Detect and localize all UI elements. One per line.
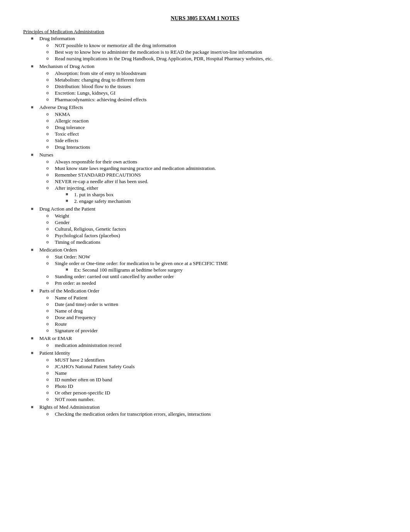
bullet-l2: o (46, 328, 53, 333)
item-text: Always responsible for their own actions (55, 159, 387, 165)
item-text: Pharmacodynamics: achieving desired effe… (55, 97, 387, 103)
list-item: o Drug tolerance (46, 124, 387, 131)
bullet-l1-parts-med: ■ (31, 288, 38, 293)
list-item: o Photo ID (46, 383, 387, 389)
label-drug-action-patient: Drug Action and the Patient (39, 206, 387, 212)
bullet-l1-mechanism: ■ (31, 64, 38, 68)
item-text: MUST have 2 identifiers (55, 357, 387, 363)
bullet-l2: o (46, 56, 53, 61)
bullet-l1-drug-patient: ■ (31, 206, 38, 211)
bullet-l2: o (46, 138, 53, 143)
list-item: o Toxic effect (46, 131, 387, 137)
bullet-l2: o (46, 226, 53, 232)
list-item: o Name (46, 370, 387, 376)
label-adverse: Adverse Drug Effects (39, 104, 387, 110)
bullet-l2: o (46, 131, 53, 137)
bullet-l1-nurses: ■ (31, 152, 38, 157)
bullet-l1-rights: ■ (31, 405, 38, 409)
bullet-l2: o (46, 357, 53, 363)
list-item: o Always responsible for their own actio… (46, 159, 387, 165)
list-item: o Psychological factors (placebos) (46, 233, 387, 239)
bullet-l2: o (46, 321, 53, 327)
item-text: Or other person-specific ID (55, 390, 387, 396)
bullet-l2: o (46, 178, 53, 184)
list-item: o Prn order: as needed (46, 280, 387, 286)
item-text: Ex: Seconal 100 milligrams at bedtime be… (74, 267, 387, 273)
bullet-l2: o (46, 124, 53, 130)
item-text: Prn order: as needed (55, 280, 387, 286)
list-item: o Standing order: carried out until canc… (46, 274, 387, 280)
list-item: o Absorption: from site of entry to bloo… (46, 70, 387, 76)
list-item: o Timing of medications (46, 239, 387, 245)
list-item: o Must know state laws regarding nursing… (46, 165, 387, 172)
list-item: o NOT possible to know or memorize all t… (46, 42, 387, 49)
list-item: o Gender (46, 219, 387, 226)
list-item: o Route (46, 321, 387, 327)
list-item: o Name of drug (46, 308, 387, 314)
item-text: Name of drug (55, 308, 387, 314)
bullet-l2: o (46, 97, 53, 102)
list-item: o Read nursing implications in the Drug … (46, 56, 387, 62)
item-text: Psychological factors (placebos) (55, 233, 387, 239)
item-text: Name (55, 370, 387, 376)
bullet-l2: o (46, 364, 53, 369)
item-text: Single order or One-time order: for medi… (55, 260, 387, 267)
item-text: Signature of provider (55, 328, 387, 334)
bullet-l2: o (46, 280, 53, 286)
bullet-l2: o (46, 49, 53, 55)
bullet-l2: o (46, 213, 53, 219)
item-text: NKMA (55, 111, 387, 117)
bullet-l1-med-orders: ■ (31, 247, 38, 252)
list-item: o Allergic reaction (46, 118, 387, 124)
item-text: Date (and time) order is written (55, 301, 387, 308)
list-item: o MUST have 2 identifiers (46, 357, 387, 363)
bullet-l2: o (46, 254, 53, 260)
bullet-l2: o (46, 77, 53, 83)
section-nurses: ■ Nurses o Always responsible for their … (23, 152, 387, 204)
label-patient-identity: Patient Identity (39, 350, 387, 356)
list-item: o NEVER re-cap a needle after if has bee… (46, 178, 387, 185)
item-text: Absorption: from site of entry to bloods… (55, 70, 387, 76)
item-text: Side effects (55, 138, 387, 144)
list-item: o Date (and time) order is written (46, 301, 387, 308)
bullet-l2: o (46, 396, 53, 402)
section-parts-med-order: ■ Parts of the Medication Order o Name o… (23, 288, 387, 334)
item-text: Allergic reaction (55, 118, 387, 124)
item-text: Drug Interactions (55, 144, 387, 150)
bullet-l1-drug-info: ■ (31, 36, 38, 41)
bullet-l1-adverse: ■ (31, 105, 38, 109)
bullet-l1-mar: ■ (31, 336, 38, 340)
item-text: After injecting, either (55, 185, 387, 191)
label-rights-med: Rights of Med Administration (39, 404, 387, 410)
item-text: Distribution: blood flow to the tissues (55, 83, 387, 90)
item-text: Drug tolerance (55, 124, 387, 131)
item-text: NEVER re-cap a needle after if has been … (55, 178, 387, 185)
section-drug-information: ■ Drug Information o NOT possible to kno… (23, 36, 387, 62)
list-item: o JCAHO's National Patient Safety Goals (46, 364, 387, 370)
bullet-l1-patient-id: ■ (31, 350, 38, 355)
item-text: Name of Patient (55, 295, 387, 301)
item-text: Weight (55, 213, 387, 219)
bullet-l3: ■ (66, 198, 72, 203)
list-item: o After injecting, either (46, 185, 387, 191)
label-mar-emar: MAR or EMAR (39, 335, 387, 342)
item-text: Route (55, 321, 387, 327)
bullet-l2: o (46, 118, 53, 124)
item-text: Stat Order: NOW (55, 254, 387, 260)
bullet-l2: o (46, 342, 53, 348)
list-item: o Signature of provider (46, 328, 387, 334)
bullet-l2: o (46, 165, 53, 171)
list-item: o Single order or One-time order: for me… (46, 260, 387, 267)
bullet-l2: o (46, 274, 53, 279)
bullet-l2: o (46, 219, 53, 225)
section-mechanism: ■ Mechanism of Drug Action o Absorption:… (23, 63, 387, 103)
item-text: Best way to know how to administer the m… (55, 49, 387, 55)
list-item: o Checking the medication orders for tra… (46, 411, 387, 417)
item-text: Cultural, Religious, Genetic factors (55, 226, 387, 232)
list-item: o Side effects (46, 138, 387, 144)
label-parts-med-order: Parts of the Medication Order (39, 288, 387, 294)
section-header: Principles of Medication Administration (23, 29, 387, 35)
list-item: o NKMA (46, 111, 387, 117)
bullet-l3: ■ (66, 267, 72, 272)
item-text: 1. put in sharps box (74, 192, 387, 198)
